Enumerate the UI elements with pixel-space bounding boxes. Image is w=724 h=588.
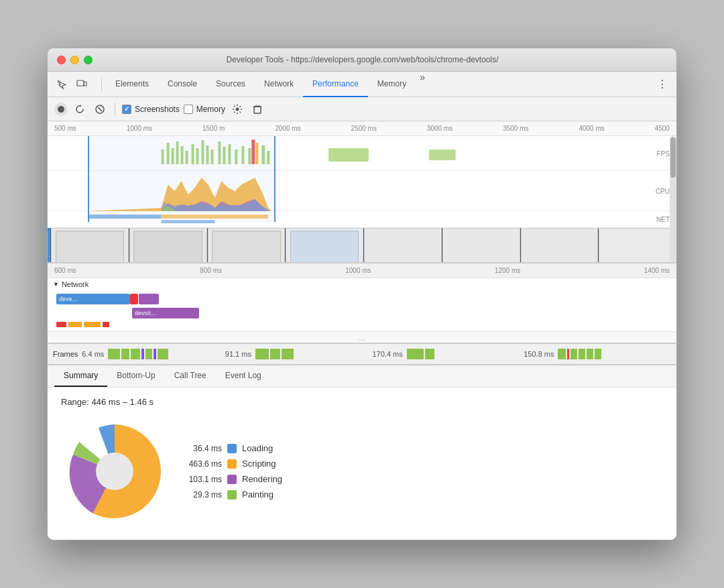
screenshot-thumb-selected[interactable] — [48, 228, 50, 262]
frame-block — [270, 349, 280, 359]
svg-rect-19 — [210, 150, 213, 164]
detail-mark-0: 600 ms — [54, 267, 76, 274]
main-timeline: 500 ms 1000 ms 1500 m 2000 ms 2500 ms 30… — [48, 121, 676, 262]
frame-block-purple — [154, 349, 156, 359]
svg-rect-37 — [162, 215, 269, 219]
window-title: Developer Tools - https://developers.goo… — [58, 55, 667, 64]
more-tabs-button[interactable]: » — [416, 72, 429, 97]
network-bar-small-red — [130, 294, 138, 304]
svg-rect-25 — [248, 148, 251, 164]
legend-value-loading: 36.4 ms — [175, 444, 222, 453]
tab-memory[interactable]: Memory — [368, 72, 416, 97]
screenshots-strip[interactable] — [48, 228, 676, 262]
svg-rect-24 — [241, 146, 244, 164]
screenshot-thumb-3[interactable] — [208, 228, 286, 262]
frame-blocks-2 — [255, 344, 369, 364]
svg-rect-1 — [84, 82, 86, 86]
network-bars-area: deve... devsit... — [53, 290, 676, 327]
detail-mark-2: 1000 ms — [345, 267, 371, 274]
network-bar-devsit[interactable]: devsit... — [132, 308, 199, 318]
record-button[interactable] — [54, 103, 68, 116]
network-section-header: ▼ Network — [48, 278, 676, 290]
legend-value-scripting: 463.6 ms — [175, 459, 222, 469]
svg-rect-21 — [223, 147, 225, 164]
svg-rect-17 — [201, 140, 204, 164]
delete-recording-button[interactable] — [249, 101, 265, 117]
legend-row-rendering: 103.1 ms Rendering — [175, 474, 282, 484]
svg-rect-12 — [176, 141, 179, 164]
expand-triangle[interactable]: ▼ — [53, 281, 59, 288]
net-track: NET — [48, 211, 676, 228]
legend-value-painting: 29.3 ms — [175, 490, 222, 499]
frame-blocks-4 — [558, 344, 671, 364]
frame-block-purple — [141, 349, 144, 359]
inspect-element-button[interactable] — [53, 76, 70, 93]
memory-checkbox-group: Memory — [184, 105, 225, 114]
screenshot-thumb-7[interactable] — [521, 228, 599, 262]
screenshot-thumb-2[interactable] — [129, 228, 207, 262]
svg-point-39 — [96, 453, 133, 490]
screenshots-checkbox[interactable] — [122, 105, 131, 114]
detail-mark-4: 1400 ms — [644, 267, 670, 274]
memory-label: Memory — [196, 105, 225, 114]
tab-elements[interactable]: Elements — [106, 72, 158, 97]
legend-label-loading: Loading — [242, 443, 273, 453]
ruler-mark-3: 2000 ms — [275, 125, 300, 132]
devtools-nav: Elements Console Sources Network Perform… — [48, 72, 676, 97]
tab-sources[interactable]: Sources — [206, 72, 255, 97]
legend-container: 36.4 ms Loading 463.6 ms Scripting 103.1… — [175, 443, 282, 499]
frame-blocks — [108, 344, 221, 364]
memory-checkbox[interactable] — [184, 105, 193, 114]
legend-label-scripting: Scripting — [242, 459, 276, 469]
ruler-mark-1: 1000 ms — [127, 125, 152, 132]
tab-performance[interactable]: Performance — [303, 72, 368, 97]
screenshot-thumb-4[interactable] — [286, 228, 363, 262]
frames-label: Frames — [53, 350, 78, 358]
frame-block-red — [567, 349, 569, 359]
bottom-content: Range: 446 ms – 1.46 s — [48, 388, 676, 540]
svg-rect-5 — [254, 107, 261, 113]
ruler-mark-5: 3000 ms — [427, 125, 452, 132]
scrollbar-thumb[interactable] — [670, 137, 676, 178]
legend-row-loading: 36.4 ms Loading — [175, 443, 282, 453]
frame-block — [282, 349, 294, 359]
ruler-mark-7: 4000 ms — [579, 125, 604, 132]
capture-settings-button[interactable] — [229, 101, 245, 117]
reload-profile-button[interactable] — [72, 101, 88, 117]
settings-button[interactable]: ⋮ — [654, 76, 671, 93]
tab-call-tree[interactable]: Call Tree — [165, 365, 216, 387]
screenshot-thumb-6[interactable] — [442, 228, 520, 262]
screenshot-thumb-5[interactable] — [364, 228, 442, 262]
svg-point-4 — [236, 107, 239, 111]
network-bar-deve[interactable]: deve... — [56, 294, 130, 304]
screenshots-label: Screenshots — [135, 105, 180, 114]
legend-swatch-painting — [227, 490, 237, 499]
timeline-tracks[interactable]: FPS CPU — [48, 136, 676, 262]
screenshot-thumb-8[interactable] — [599, 228, 676, 262]
screenshots-checkbox-group: Screenshots — [122, 105, 180, 114]
frame-block — [158, 349, 168, 359]
toolbar-separator-1 — [115, 103, 115, 116]
tab-console[interactable]: Console — [158, 72, 206, 97]
tab-network[interactable]: Network — [255, 72, 303, 97]
devtools-window: Developer Tools - https://developers.goo… — [47, 48, 677, 540]
clear-button[interactable] — [92, 101, 108, 117]
detail-mark-3: 1200 ms — [495, 267, 520, 274]
vertical-scrollbar[interactable] — [670, 136, 676, 262]
frame-block — [255, 349, 269, 359]
svg-rect-9 — [162, 150, 164, 164]
tab-event-log[interactable]: Event Log — [216, 365, 271, 387]
legend-row-scripting: 463.6 ms Scripting — [175, 459, 282, 469]
tab-summary[interactable]: Summary — [54, 365, 107, 387]
ruler-mark-2: 1500 m — [202, 125, 225, 132]
bottom-tabs: Summary Bottom-Up Call Tree Event Log — [48, 365, 676, 388]
frame-block — [121, 349, 129, 359]
device-toolbar-button[interactable] — [73, 76, 90, 93]
title-bar: Developer Tools - https://developers.goo… — [48, 48, 676, 72]
frame-block — [558, 349, 566, 359]
tab-bottom-up[interactable]: Bottom-Up — [107, 365, 164, 387]
screenshot-thumb-1[interactable] — [51, 228, 129, 262]
ruler-mark-0: 500 ms — [54, 125, 76, 132]
ellipsis: ... — [48, 332, 676, 343]
network-detail-section: ▼ Network deve... devsit... — [48, 278, 676, 332]
